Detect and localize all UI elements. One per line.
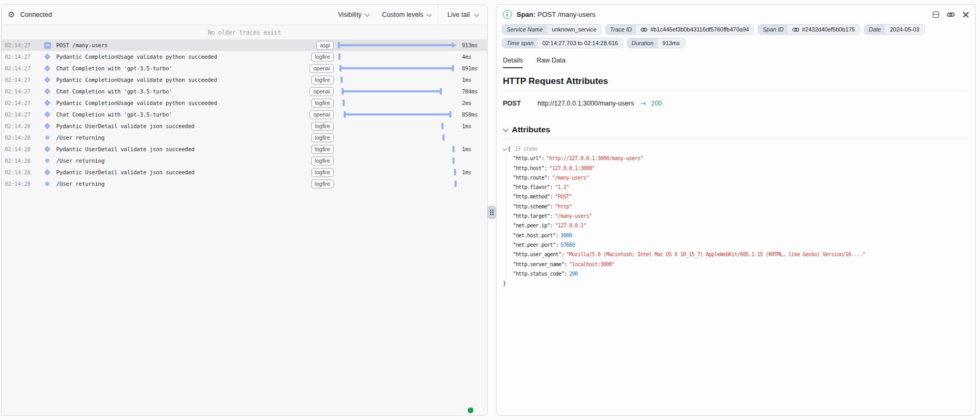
meta-badge: Service Nameunknown_service (502, 24, 602, 35)
attr-key: "http.user_agent" (513, 251, 561, 257)
trace-label: /User returning (56, 158, 311, 164)
trace-row[interactable]: 02:14:27Chat Completion with 'gpt-3.5-tu… (2, 62, 487, 74)
tag-badge: logfire (311, 122, 334, 131)
divider (503, 139, 969, 139)
trace-icon-slot (42, 101, 53, 105)
trace-row[interactable]: 02:14:28Pydantic UserDetail validate_jso… (2, 166, 487, 178)
attr-value: "Mozilla/5.0 (Macintosh; Intel Mac OS X … (566, 251, 865, 257)
duration-label: 784ms (459, 88, 485, 94)
log-dot-icon (45, 135, 49, 140)
badge-value: 913ms (658, 38, 685, 48)
chevron-down-icon (503, 126, 509, 132)
duration-label: 4ms (459, 54, 485, 60)
link-icon[interactable] (792, 27, 799, 32)
badge-value: unknown_service (547, 25, 601, 34)
chevron-down-icon (365, 12, 370, 17)
trace-label: POST /many-users (56, 42, 316, 48)
tag-badge: logfire (311, 145, 334, 154)
trace-label: Pydantic CompletionUsage validate_python… (56, 54, 311, 60)
attr-line: "http.status_code":200 (513, 269, 969, 279)
badge-value: #2432d40ef5b0b175 (788, 25, 860, 34)
trace-row[interactable]: 02:14:27Pydantic CompletionUsage validat… (2, 51, 487, 62)
attr-value: "1.1" (555, 184, 569, 190)
span-name: POST /many-users (538, 10, 595, 18)
trace-icon-slot (42, 135, 53, 140)
attr-line: "http.user_agent":"Mozilla/5.0 (Macintos… (513, 250, 969, 259)
meta-badge: Trace ID#b1c445ef3b0b43116df5760ffb470a9… (605, 24, 754, 35)
trace-timestamp: 02:14:27 (5, 88, 42, 94)
detail-tabs: Details Raw Data (497, 57, 975, 68)
attr-value: 200 (569, 271, 577, 277)
span-diamond-icon (44, 111, 50, 117)
span-diamond-icon (44, 54, 50, 59)
copy-link-icon[interactable] (947, 12, 955, 18)
tag-badge: logfire (311, 180, 334, 188)
attr-key: "http.target" (513, 213, 550, 219)
attr-line: "http.route":"/many-users" (513, 173, 969, 183)
info-icon (503, 10, 512, 19)
tag-badge: logfire (311, 156, 334, 165)
trace-row[interactable]: 02:14:28/User returninglogfire (2, 178, 487, 190)
attr-key: "http.flavor" (513, 184, 550, 190)
panel-resize-handle[interactable] (488, 206, 496, 219)
attr-value: "127.0.0.1:3000" (549, 165, 595, 171)
trace-icon-slot (42, 159, 53, 163)
trace-label: Chat Completion with 'gpt-3.5-turbo' (56, 88, 310, 94)
duration-label: 891ms (459, 65, 485, 71)
duration-bar (338, 132, 459, 143)
close-icon[interactable] (963, 12, 969, 18)
link-icon[interactable] (641, 27, 647, 32)
tag-badge: logfire (311, 52, 334, 61)
attr-line: "http.scheme":"http" (513, 202, 969, 212)
collapse-minus-icon[interactable] (44, 42, 51, 49)
badge-label: Trace ID (606, 25, 636, 34)
span-diamond-icon (44, 100, 50, 106)
collapse-chevron-icon[interactable] (503, 147, 507, 151)
trace-icon-slot (42, 170, 53, 174)
trace-icon-slot (42, 112, 53, 117)
attribute-entries: "http.url":"http://127.0.0.1:3000/many-u… (506, 154, 969, 279)
live-tail-dropdown[interactable]: Live tail (438, 5, 487, 25)
span-detail-panel: Span: POST /many-users Service Nameunkno… (496, 4, 976, 416)
trace-timestamp: 02:14:27 (5, 100, 42, 106)
trace-label: /User returning (56, 134, 311, 141)
duration-label: 1ms (459, 77, 485, 83)
meta-badge: Duration913ms (627, 38, 685, 48)
attr-value: "POST" (555, 194, 572, 200)
attributes-section-toggle[interactable]: Attributes (503, 125, 969, 134)
attr-key: "http.route" (513, 175, 547, 181)
trace-row[interactable]: 02:14:28/User returninglogfire (2, 132, 487, 143)
duration-bar (338, 166, 459, 178)
panel-layout-icon[interactable] (933, 12, 939, 18)
trace-row[interactable]: 02:14:27Chat Completion with 'gpt-3.5-tu… (2, 86, 487, 97)
section-title: HTTP Request Attributes (503, 76, 969, 87)
trace-row[interactable]: 02:14:28Pydantic UserDetail validate_jso… (2, 143, 487, 155)
badge-label: Duration (627, 38, 658, 48)
divider (503, 91, 969, 91)
http-method: POST (503, 100, 533, 107)
visibility-dropdown[interactable]: Visibility (338, 11, 368, 18)
attributes-heading: Attributes (512, 125, 550, 134)
trace-row[interactable]: 02:14:28/User returninglogfire (2, 155, 487, 166)
settings-gear-icon[interactable]: ⚙ (8, 10, 15, 19)
duration-bar (338, 155, 459, 166)
duration-label: 1ms (459, 169, 485, 175)
trace-timestamp: 02:14:27 (5, 42, 42, 48)
trace-row[interactable]: 02:14:27Pydantic CompletionUsage validat… (2, 97, 487, 109)
tab-raw-data[interactable]: Raw Data (537, 57, 565, 68)
attr-key: "net.peer.port" (513, 242, 555, 248)
attr-line: "net.peer.port":57660 (513, 240, 969, 250)
attr-value: "/many-users" (552, 175, 589, 181)
trace-row[interactable]: 02:14:27Pydantic CompletionUsage validat… (2, 74, 487, 86)
span-diamond-icon (44, 77, 50, 82)
meta-badge: Time span02:14:27.703 to 02:14:28.616 (502, 38, 623, 48)
trace-label: Pydantic CompletionUsage validate_python… (56, 100, 311, 106)
trace-row[interactable]: 02:14:27POST /many-usersasgi913ms (2, 39, 487, 51)
trace-row[interactable]: 02:14:27Chat Completion with 'gpt-3.5-tu… (2, 109, 487, 120)
custom-levels-dropdown[interactable]: Custom levels (382, 11, 430, 18)
trace-timestamp: 02:14:27 (5, 111, 42, 118)
tab-details[interactable]: Details (503, 57, 523, 68)
trace-label: Pydantic UserDetail validate_json succee… (56, 123, 311, 129)
tag-badge: openai (310, 87, 334, 96)
trace-row[interactable]: 02:14:28Pydantic UserDetail validate_jso… (2, 120, 487, 132)
